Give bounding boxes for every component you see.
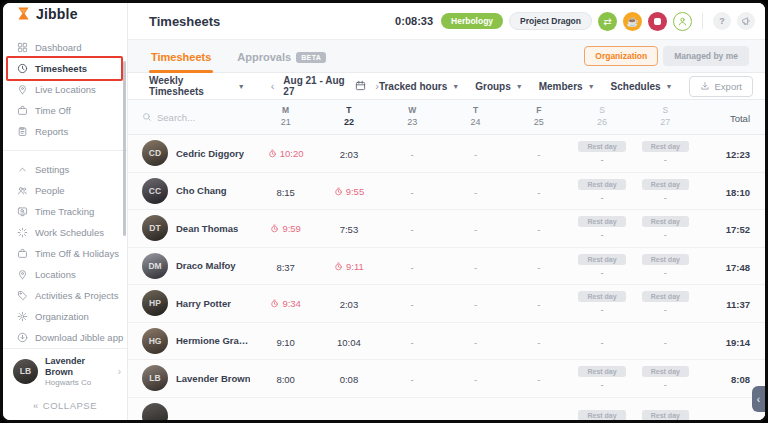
timesheet-cell[interactable]: - [507,257,570,275]
member-cell[interactable]: CCCho Chang [128,178,254,204]
timesheet-cell[interactable]: Rest day [570,410,633,420]
timesheet-cell[interactable]: Rest day- [570,141,633,165]
prev-week-button[interactable]: ‹ [271,81,275,92]
member-cell[interactable]: DMDraco Malfoy [128,253,254,279]
sidebar-item-live-locations[interactable]: Live Locations [3,79,127,100]
timesheet-cell[interactable]: Rest day [634,410,697,420]
column-header-m21[interactable]: M21 [254,105,317,129]
timesheet-cell[interactable]: Rest day- [634,254,697,278]
timesheet-cell[interactable]: Rest day- [634,291,697,315]
timesheet-cell[interactable]: Rest day- [570,254,633,278]
table-row[interactable]: Rest dayRest day [128,398,765,421]
timesheet-cell[interactable]: - [444,144,507,162]
table-row[interactable]: DTDean Thomas9:597:53---Rest day-Rest da… [128,210,765,248]
sidebar-item-locations[interactable]: Locations [3,264,127,285]
timesheet-cell[interactable]: - [507,182,570,200]
help-button[interactable]: ? [713,12,731,30]
table-row[interactable]: HPHarry Potter9:342:03---Rest day-Rest d… [128,285,765,323]
column-header-w23[interactable]: W23 [381,105,444,129]
timesheet-cell[interactable]: Rest day- [634,216,697,240]
sidebar-item-people[interactable]: People [3,180,127,201]
filter-dropdown-tracked-hours[interactable]: Tracked hours▼ [379,81,459,92]
column-header-s27[interactable]: S27 [634,105,697,129]
sidebar-scrollbar[interactable] [123,61,126,236]
timesheet-cell[interactable]: Rest day- [570,366,633,390]
announcements-button[interactable] [737,12,755,30]
whos-in-button[interactable] [673,12,692,31]
search-input[interactable] [157,112,237,123]
timesheet-cell[interactable]: 9:11 [317,257,380,275]
timesheet-cell[interactable]: - [381,144,444,162]
timesheet-cell[interactable]: - [507,294,570,312]
break-button[interactable]: ☕ [623,12,642,31]
switch-activity-button[interactable]: ⇄ [598,12,617,31]
sidebar-item-time-tracking[interactable]: Time Tracking [3,201,127,222]
timesheet-cell[interactable]: Rest day- [570,291,633,315]
timesheet-cell[interactable]: 0:08 [317,369,380,387]
collapse-button[interactable]: « COLLAPSE [3,394,127,416]
tab-timesheets[interactable]: Timesheets [149,51,213,72]
table-row[interactable]: LBLavender Brown8:000:08---Rest day-Rest… [128,360,765,398]
timesheet-cell[interactable]: - [381,182,444,200]
side-panel-toggle[interactable]: ‹ [752,386,765,412]
sidebar-item-settings[interactable]: Settings [3,159,127,180]
timesheet-cell[interactable]: 2:03 [317,144,380,162]
timesheet-cell[interactable]: - [570,332,633,350]
filter-dropdown-groups[interactable]: Groups▼ [475,81,523,92]
timesheet-cell[interactable]: 9:34 [254,294,317,312]
timesheet-cell[interactable]: 9:10 [254,332,317,350]
timesheet-cell[interactable]: - [381,257,444,275]
project-badge[interactable]: Project Dragon [509,12,592,30]
scope-managed-by-me[interactable]: Managed by me [663,46,749,66]
timesheet-cell[interactable]: - [507,144,570,162]
timesheet-cell[interactable]: Rest day- [570,216,633,240]
sidebar-item-organization[interactable]: Organization [3,306,127,327]
sidebar-item-time-off[interactable]: Time Off [3,100,127,121]
timesheet-cell[interactable]: - [444,369,507,387]
timesheet-cell[interactable]: 2:03 [317,294,380,312]
timesheet-cell[interactable]: 8:37 [254,257,317,275]
column-header-s26[interactable]: S26 [570,105,633,129]
timesheet-cell[interactable]: Rest day- [634,179,697,203]
timesheet-cell[interactable]: 8:00 [254,369,317,387]
table-row[interactable]: CDCedric Diggory10:202:03---Rest day-Res… [128,135,765,173]
column-header-t22[interactable]: T22 [317,105,380,129]
timesheet-cell[interactable]: - [444,257,507,275]
timesheet-cell[interactable]: Rest day- [634,366,697,390]
sidebar-item-work-schedules[interactable]: Work Schedules [3,222,127,243]
member-cell[interactable]: CDCedric Diggory [128,140,254,166]
export-button[interactable]: Export [689,76,753,97]
member-cell[interactable]: HPHarry Potter [128,290,254,316]
table-row[interactable]: HGHermione Granger9:1010:04-----19:14 [128,323,765,361]
timesheet-cell[interactable]: - [381,219,444,237]
sidebar-item-activities-projects[interactable]: Activities & Projects [3,285,127,306]
member-cell[interactable] [128,403,254,420]
sidebar-item-time-off-holidays[interactable]: Time Off & Holidays [3,243,127,264]
logo[interactable]: Jibble [3,3,127,25]
column-header-t24[interactable]: T24 [444,105,507,129]
tab-approvals[interactable]: ApprovalsBETA [235,51,328,72]
member-cell[interactable]: LBLavender Brown [128,365,254,391]
timesheet-cell[interactable]: 10:20 [254,144,317,162]
timesheet-cell[interactable]: Rest day- [634,141,697,165]
activity-badge[interactable]: Herbology [441,13,503,29]
filter-dropdown-schedules[interactable]: Schedules▼ [611,81,673,92]
timesheet-cell[interactable]: - [444,294,507,312]
timesheet-cell[interactable]: - [381,369,444,387]
table-row[interactable]: DMDraco Malfoy8:379:11---Rest day-Rest d… [128,248,765,286]
timesheet-cell[interactable]: 8:15 [254,182,317,200]
timesheet-cell[interactable]: - [444,182,507,200]
sidebar-item-download-jibble-app[interactable]: Download Jibble app [3,327,127,348]
sidebar-item-reports[interactable]: Reports [3,121,127,142]
stop-timer-button[interactable] [648,12,667,31]
timesheet-cell[interactable]: - [507,332,570,350]
sidebar-item-timesheets[interactable]: Timesheets [3,58,127,79]
timesheet-cell[interactable]: 9:59 [254,219,317,237]
timesheet-cell[interactable]: - [444,219,507,237]
timesheet-cell[interactable]: - [381,294,444,312]
timesheet-cell[interactable]: - [634,332,697,350]
filter-dropdown-members[interactable]: Members▼ [539,81,595,92]
user-profile[interactable]: LB Lavender Brown Hogwarts Co › [3,349,127,395]
timesheet-cell[interactable]: - [507,219,570,237]
timesheet-cell[interactable]: - [444,332,507,350]
